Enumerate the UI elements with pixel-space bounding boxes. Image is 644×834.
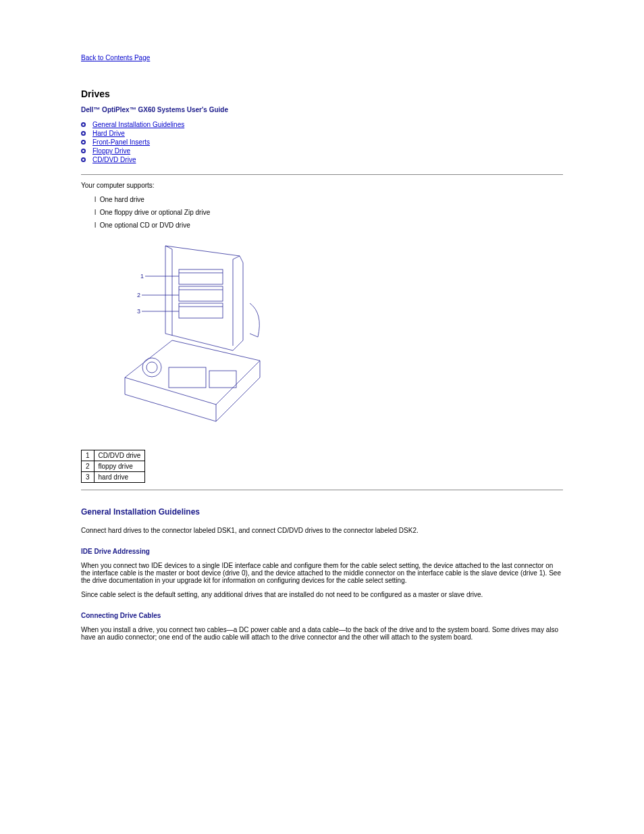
- toc-item: CD/DVD Drive: [81, 155, 563, 164]
- list-item: l One optional CD or DVD drive: [95, 221, 563, 229]
- bullet-icon: [81, 131, 86, 136]
- svg-point-6: [142, 358, 161, 377]
- toc-item: Front-Panel Inserts: [81, 138, 563, 147]
- drives-diagram: 1 2 3: [108, 236, 563, 440]
- cables-paragraph: When you install a drive, you connect tw…: [81, 626, 563, 641]
- legend-num: 1: [82, 450, 95, 461]
- back-link[interactable]: Back to Contents Page: [81, 54, 150, 61]
- list-item: l One hard drive: [95, 196, 563, 203]
- bullet-icon: [81, 149, 86, 153]
- toc-item: Floppy Drive: [81, 147, 563, 155]
- table-row: 3 hard drive: [82, 472, 145, 483]
- svg-point-7: [146, 362, 157, 373]
- svg-text:1: 1: [140, 273, 144, 280]
- intro-paragraph: Your computer supports:: [81, 182, 563, 189]
- list-item: l One floppy drive or optional Zip drive: [95, 209, 563, 216]
- ide-note-paragraph: Connect hard drives to the connector lab…: [81, 527, 563, 534]
- bullet-icon: [81, 140, 86, 145]
- ide-paragraph2: Since cable select is the default settin…: [81, 591, 563, 598]
- bullet-icon: [81, 122, 86, 127]
- heading-drive-cables: Connecting Drive Cables: [81, 612, 563, 619]
- toc-item: Hard Drive: [81, 129, 563, 138]
- toc-link-harddrive[interactable]: Hard Drive: [92, 130, 125, 137]
- svg-rect-2: [179, 303, 223, 318]
- supports-list: l One hard drive l One floppy drive or o…: [81, 196, 563, 229]
- heading-guidelines: General Installation Guidelines: [81, 507, 563, 517]
- divider: [81, 174, 563, 175]
- toc-link-floppy[interactable]: Floppy Drive: [92, 147, 130, 155]
- legend-table: 1 CD/DVD drive 2 floppy drive 3 hard dri…: [81, 450, 145, 483]
- toc-link-cddvd[interactable]: CD/DVD Drive: [92, 156, 136, 163]
- ide-paragraph: When you connect two IDE devices to a si…: [81, 562, 563, 584]
- svg-rect-9: [209, 371, 236, 388]
- svg-rect-8: [169, 367, 206, 388]
- table-of-contents: General Installation Guidelines Hard Dri…: [81, 120, 563, 164]
- legend-num: 3: [82, 472, 95, 483]
- svg-rect-1: [179, 286, 223, 301]
- table-row: 1 CD/DVD drive: [82, 450, 145, 461]
- toc-link-frontpanel[interactable]: Front-Panel Inserts: [92, 138, 150, 146]
- legend-num: 2: [82, 461, 95, 472]
- svg-text:3: 3: [137, 308, 140, 315]
- bullet-icon: [81, 157, 86, 162]
- legend-label: CD/DVD drive: [94, 450, 145, 461]
- toc-item: General Installation Guidelines: [81, 120, 563, 129]
- divider: [81, 490, 563, 490]
- svg-text:2: 2: [137, 292, 140, 298]
- svg-rect-0: [179, 269, 223, 284]
- page-title: Drives: [81, 88, 563, 99]
- toc-link-guidelines[interactable]: General Installation Guidelines: [92, 121, 184, 128]
- table-row: 2 floppy drive: [82, 461, 145, 472]
- legend-label: hard drive: [94, 472, 145, 483]
- subtitle: Dell™ OptiPlex™ GX60 Systems User's Guid…: [81, 106, 563, 113]
- legend-label: floppy drive: [94, 461, 145, 472]
- heading-ide-addressing: IDE Drive Addressing: [81, 548, 563, 555]
